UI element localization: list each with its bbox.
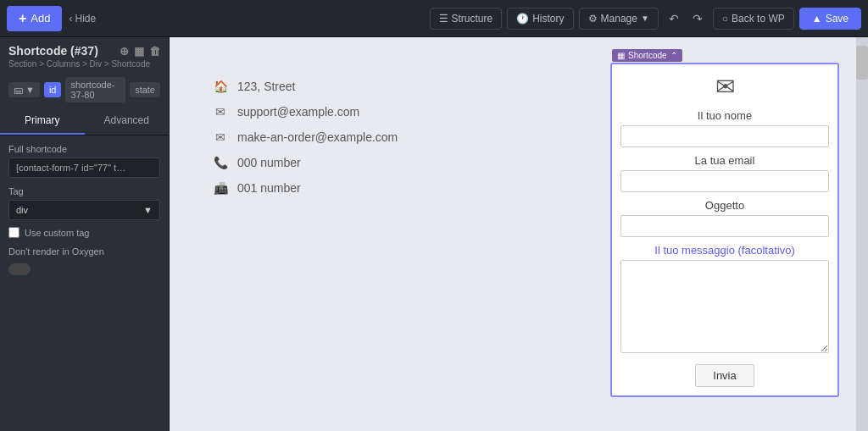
shortcode-grid-icon: ▦ xyxy=(617,51,625,60)
shortcode-chevron-icon: ⌃ xyxy=(670,51,677,60)
contact-address: 123, Street xyxy=(237,80,296,93)
top-bar-right: ☰ Structure 🕐 History ⚙ Manage ▼ ↶ ↷ ○ B… xyxy=(430,8,862,30)
panel-content: Full shortcode [contact-form-7 id="77" t… xyxy=(0,135,169,431)
panel-title-icons: ⊕ ▦ 🗑 xyxy=(120,45,160,58)
contact-phone-row: 📞 000 number xyxy=(212,156,585,169)
history-button[interactable]: 🕐 History xyxy=(507,8,573,30)
message-textarea[interactable] xyxy=(620,260,829,353)
manage-icon: ⚙ xyxy=(588,13,598,25)
panel-title: Shortcode (#37) ⊕ ▦ 🗑 xyxy=(8,44,160,58)
save-label: Save xyxy=(826,13,849,25)
save-icon: ▲ xyxy=(812,13,822,25)
canvas: 🏠 123, Street ✉ support@example.com ✉ ma… xyxy=(170,37,856,431)
top-bar-left: + Add ‹ Hide xyxy=(7,6,96,31)
form-submit: Invia xyxy=(620,364,829,387)
canvas-content: 🏠 123, Street ✉ support@example.com ✉ ma… xyxy=(186,63,839,397)
clock-icon: 🕐 xyxy=(516,13,529,25)
manage-label: Manage xyxy=(601,13,637,25)
chevron-down-icon: ▼ xyxy=(641,14,649,23)
full-shortcode-text: [contact-form-7 id="77" title="Modulo di… xyxy=(16,163,126,173)
contact-address-row: 🏠 123, Street xyxy=(212,80,585,93)
back-to-wp-button[interactable]: ○ Back to WP xyxy=(713,8,794,30)
top-bar: + Add ‹ Hide ☰ Structure 🕐 History ⚙ Man… xyxy=(0,0,868,37)
email-icon: ✉ xyxy=(212,105,229,119)
plus-icon: + xyxy=(19,11,26,26)
use-custom-tag-label: Use custom tag xyxy=(25,228,89,238)
wordpress-icon: ○ xyxy=(722,13,728,25)
email-field-label: La tua email xyxy=(620,154,829,167)
email2-icon: ✉ xyxy=(212,130,229,144)
structure-button[interactable]: ☰ Structure xyxy=(430,8,503,30)
mail-icon-area: ✉ xyxy=(620,73,829,101)
subject-input[interactable] xyxy=(620,215,829,237)
panel-header: Shortcode (#37) ⊕ ▦ 🗑 Section > Columns … xyxy=(0,37,169,72)
structure-label: Structure xyxy=(452,13,493,25)
contact-phone: 000 number xyxy=(237,156,301,169)
email-input[interactable] xyxy=(620,170,829,192)
scrollbar-track[interactable] xyxy=(856,37,868,431)
mail-icon: ✉ xyxy=(715,74,735,100)
breadcrumb: Section > Columns > Div > Shortcode xyxy=(8,59,160,69)
shortcode-badge-label: Shortcode xyxy=(628,51,667,60)
shortcode-badge: ▦ Shortcode ⌃ xyxy=(612,49,682,62)
message-field-label: Il tuo messaggio (facoltativo) xyxy=(620,244,829,257)
phone-icon: 📞 xyxy=(212,156,229,169)
contact-fax: 001 number xyxy=(237,181,301,195)
copy-icon[interactable]: ▦ xyxy=(134,45,144,58)
tag-label: Tag xyxy=(8,186,160,196)
add-child-icon[interactable]: ⊕ xyxy=(120,45,129,58)
undo-button[interactable]: ↶ xyxy=(664,8,684,29)
contact-email2: make-an-order@example.com xyxy=(237,130,398,144)
tag-select[interactable]: div ▼ xyxy=(8,200,160,220)
add-label: Add xyxy=(31,12,50,25)
full-shortcode-value[interactable]: [contact-form-7 id="77" title="Modulo di… xyxy=(8,157,160,178)
tab-advanced[interactable]: Advanced xyxy=(85,108,170,135)
tag-dropdown-icon: ▼ xyxy=(143,205,153,215)
dont-render-toggle[interactable] xyxy=(8,263,31,275)
left-panel: Shortcode (#37) ⊕ ▦ 🗑 Section > Columns … xyxy=(0,37,170,431)
undo-redo-group: ↶ ↷ xyxy=(664,8,708,29)
main-layout: Shortcode (#37) ⊕ ▦ 🗑 Section > Columns … xyxy=(0,37,868,431)
submit-button[interactable]: Invia xyxy=(695,364,754,387)
hide-button[interactable]: ‹ Hide xyxy=(69,13,96,25)
hide-label: Hide xyxy=(75,13,96,25)
fax-icon: 📠 xyxy=(212,181,229,195)
selector-state-badge[interactable]: state xyxy=(130,82,160,97)
structure-icon: ☰ xyxy=(439,13,448,25)
panel-tabs: Primary Advanced xyxy=(0,108,169,135)
add-button[interactable]: + Add xyxy=(7,6,62,31)
device-dropdown-icon: ▼ xyxy=(25,85,35,95)
use-custom-tag-checkbox[interactable] xyxy=(8,227,19,238)
contact-email2-row: ✉ make-an-order@example.com xyxy=(212,130,585,144)
chevron-left-icon: ‹ xyxy=(69,13,72,25)
desktop-icon: 🖴 xyxy=(14,85,23,95)
name-input[interactable] xyxy=(620,125,829,147)
contact-fax-row: 📠 001 number xyxy=(212,181,585,195)
contact-email1: support@example.com xyxy=(237,105,359,119)
device-selector[interactable]: 🖴 ▼ xyxy=(8,82,40,97)
full-shortcode-label: Full shortcode xyxy=(8,144,160,154)
right-scrollbar xyxy=(856,37,868,431)
delete-icon[interactable]: 🗑 xyxy=(149,45,160,58)
use-custom-tag-row: Use custom tag xyxy=(8,227,160,238)
selector-id-badge[interactable]: id xyxy=(44,82,62,97)
tab-primary[interactable]: Primary xyxy=(0,108,85,135)
contact-info: 🏠 123, Street ✉ support@example.com ✉ ma… xyxy=(186,63,610,397)
dont-render-toggle-row xyxy=(8,263,160,275)
redo-button[interactable]: ↷ xyxy=(687,8,708,29)
subject-field-label: Oggetto xyxy=(620,199,829,212)
name-field-label: Il tuo nome xyxy=(620,109,829,122)
scrollbar-thumb xyxy=(856,46,868,80)
manage-button[interactable]: ⚙ Manage ▼ xyxy=(579,8,659,30)
contact-email1-row: ✉ support@example.com xyxy=(212,105,585,119)
panel-selector: 🖴 ▼ id shortcode-37-80 state xyxy=(0,72,169,108)
save-button[interactable]: ▲ Save xyxy=(799,8,861,30)
back-to-wp-label: Back to WP xyxy=(732,13,785,25)
selector-slug-badge[interactable]: shortcode-37-80 xyxy=(65,77,125,102)
dont-render-label: Don't render in Oxygen xyxy=(8,246,160,257)
history-label: History xyxy=(532,13,564,25)
home-icon: 🏠 xyxy=(212,80,229,93)
tag-value: div xyxy=(16,205,28,215)
panel-title-text: Shortcode (#37) xyxy=(8,44,98,58)
form-area: ▦ Shortcode ⌃ ✉ Il tuo nome La tua email… xyxy=(610,63,839,397)
